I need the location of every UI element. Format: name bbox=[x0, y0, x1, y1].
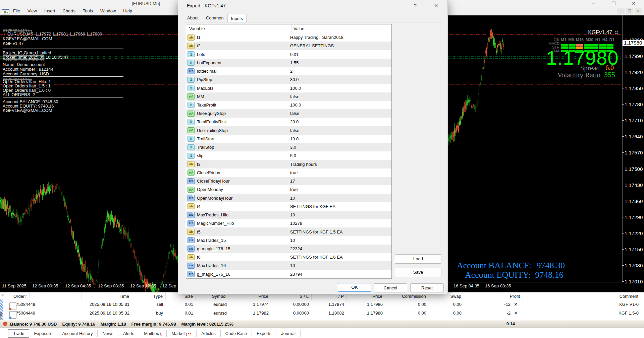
input-row-MaxLots[interactable]: ½MaxLots100.0 bbox=[186, 84, 391, 92]
terminal-tab-news[interactable]: News bbox=[98, 330, 118, 337]
help-icon[interactable]: ? bbox=[410, 2, 421, 10]
timeframe-m30[interactable]: M30 bbox=[586, 38, 593, 42]
menu-item-file[interactable]: File bbox=[9, 7, 24, 14]
timeframe-h4[interactable]: H4 bbox=[602, 38, 607, 42]
input-row-OpenMondayHour[interactable]: 123OpenMondayHour10 bbox=[186, 194, 391, 202]
column-profit[interactable]: Profit bbox=[464, 292, 523, 300]
variable-value[interactable]: GENERAL SETTINGS bbox=[288, 43, 334, 48]
input-row-lotdecimal[interactable]: 123lotdecimal2 bbox=[186, 67, 391, 75]
input-row-PipStep[interactable]: ½PipStep30.0 bbox=[186, 75, 391, 84]
variable-value[interactable]: 100.0 bbox=[288, 103, 301, 108]
timeframe-m15[interactable]: M15 bbox=[576, 38, 584, 42]
input-row-LotExponent[interactable]: ½LotExponent1.55 bbox=[186, 59, 391, 67]
column-comment[interactable]: Comment bbox=[523, 292, 641, 300]
menu-item-insert[interactable]: Insert bbox=[41, 7, 59, 14]
variable-value[interactable]: SETTINGS for KGF EA bbox=[288, 204, 335, 209]
cancel-button[interactable]: Cancel bbox=[374, 283, 407, 292]
menu-item-help[interactable]: Help bbox=[119, 7, 136, 14]
input-row-t6[interactable]: abt6SETTINGS for KGF 1.6 EA bbox=[186, 253, 391, 261]
input-row-TakeProfit[interactable]: ½TakeProfit100.0 bbox=[186, 101, 391, 109]
variable-value[interactable]: 10 bbox=[288, 196, 295, 201]
variable-value[interactable]: false bbox=[288, 94, 299, 99]
input-row-t3[interactable]: abt3Trading hours bbox=[186, 160, 391, 168]
menu-item-tools[interactable]: Tools bbox=[79, 7, 97, 14]
variable-value[interactable]: 10278 bbox=[288, 221, 302, 226]
input-row-OpenMonday[interactable]: OpenMondaytrue bbox=[186, 185, 391, 194]
close-order-icon[interactable]: ✕ bbox=[514, 309, 520, 317]
reset-button[interactable]: Reset bbox=[410, 283, 444, 292]
timeframe-h1[interactable]: H1 bbox=[595, 38, 600, 42]
variable-value[interactable]: 17 bbox=[288, 179, 295, 184]
tab-inputs[interactable]: Inputs bbox=[227, 14, 247, 22]
input-row-MaxTrades_16[interactable]: 123MaxTrades_1610 bbox=[186, 261, 391, 270]
column-time[interactable]: Time bbox=[82, 292, 132, 300]
variable-value[interactable]: false bbox=[288, 128, 299, 133]
input-row-UseEquityStop[interactable]: UseEquityStopfalse bbox=[186, 109, 391, 118]
input-row-TrailStart[interactable]: ½TrailStart13.0 bbox=[186, 135, 391, 143]
variable-value[interactable]: 23794 bbox=[288, 272, 302, 277]
chart-close-icon[interactable]: ✕ bbox=[635, 8, 642, 14]
terminal-tab-code-base[interactable]: Code Base bbox=[221, 330, 252, 337]
input-row-MaxTrades_15[interactable]: 123MaxTrades_1510 bbox=[186, 236, 391, 245]
terminal-tab-trade[interactable]: Trade bbox=[8, 329, 29, 338]
terminal-tab-alerts[interactable]: Alerts bbox=[118, 330, 139, 337]
timeframe-m5[interactable]: M5 bbox=[568, 38, 574, 42]
menu-item-view[interactable]: View bbox=[24, 7, 41, 14]
resize-grip[interactable] bbox=[443, 289, 446, 293]
terminal-tab-exposure[interactable]: Exposure bbox=[29, 330, 57, 337]
terminal-tab-articles[interactable]: Articles bbox=[197, 330, 221, 337]
variable-value[interactable]: 22324 bbox=[288, 246, 302, 251]
variable-value[interactable]: 1.55 bbox=[288, 60, 299, 65]
chart-restore-icon[interactable]: ❐ bbox=[626, 8, 633, 14]
input-row-UseTrailingStop[interactable]: UseTrailingStopfalse bbox=[186, 126, 391, 135]
variable-value[interactable]: true bbox=[288, 170, 298, 175]
variable-value[interactable]: 20.0 bbox=[288, 119, 299, 124]
tab-common[interactable]: Common bbox=[202, 14, 227, 22]
input-row-t2[interactable]: abt2GENERAL SETTINGS bbox=[186, 42, 391, 50]
close-icon[interactable]: ✕ bbox=[628, 0, 639, 7]
terminal-close-icon[interactable]: ✕ bbox=[1, 293, 4, 297]
variable-value[interactable]: 10 bbox=[288, 263, 295, 268]
variable-value[interactable]: false bbox=[288, 111, 299, 116]
variable-value[interactable]: 100.0 bbox=[288, 86, 301, 91]
variable-value[interactable]: 13.0 bbox=[288, 136, 299, 141]
terminal-tab-mailbox[interactable]: Mailbox6 bbox=[139, 330, 167, 337]
load-button[interactable]: Load bbox=[395, 254, 441, 264]
terminal-tab-market[interactable]: Market122 bbox=[167, 330, 197, 337]
variable-value[interactable]: 10 bbox=[288, 212, 295, 217]
column-order[interactable]: Order ∕ bbox=[5, 292, 82, 300]
input-row-g_magic_176_15[interactable]: 123g_magic_176_1522324 bbox=[186, 245, 391, 253]
input-row-t4[interactable]: abt4SETTINGS for KGF EA bbox=[186, 202, 391, 211]
order-row[interactable]: 1750844482025.09.16 10:05:31sell0.01euru… bbox=[5, 300, 641, 308]
variable-value[interactable]: 3.0 bbox=[288, 145, 296, 150]
variable-value[interactable]: true bbox=[288, 187, 298, 192]
input-row-MM[interactable]: MMfalse bbox=[186, 92, 391, 101]
variable-value[interactable]: SETTINGS for KGF 1.6 EA bbox=[288, 255, 343, 260]
menu-item-charts[interactable]: Charts bbox=[59, 7, 79, 14]
close-order-icon[interactable]: ✕ bbox=[514, 300, 520, 308]
menu-item-window[interactable]: Window bbox=[97, 7, 119, 14]
input-row-TrailStop[interactable]: ½TrailStop3.0 bbox=[186, 143, 391, 151]
input-row-Lots[interactable]: ½Lots0.01 bbox=[186, 50, 391, 58]
timeframe-m1[interactable]: M1 bbox=[561, 38, 567, 42]
chart-minimize-icon[interactable]: ─ bbox=[617, 8, 625, 14]
input-row-slip[interactable]: ½slip5.0 bbox=[186, 151, 391, 160]
restore-icon[interactable]: ❐ bbox=[608, 0, 619, 7]
tab-about[interactable]: About bbox=[183, 14, 202, 22]
minimize-icon[interactable]: ─ bbox=[588, 0, 599, 7]
dialog-close-icon[interactable]: ✕ bbox=[430, 2, 442, 10]
variable-value[interactable]: Trading hours bbox=[288, 162, 317, 167]
input-row-t1[interactable]: abt1Happy Trading, Sarah2018 bbox=[186, 33, 391, 42]
column-type[interactable]: Type bbox=[132, 292, 166, 300]
variable-value[interactable]: SETTINGS for KGF 1.5 EA bbox=[288, 229, 343, 234]
variable-value[interactable]: Happy Trading, Sarah2018 bbox=[288, 35, 343, 40]
variable-value[interactable]: 10 bbox=[288, 238, 295, 243]
chart-window-icon[interactable] bbox=[2, 9, 9, 14]
save-button[interactable]: Save bbox=[395, 268, 441, 277]
timeframe-d1[interactable]: D1 bbox=[609, 38, 614, 42]
input-row-MaxTrades_Hilo[interactable]: 123MaxTrades_Hilo10 bbox=[186, 211, 391, 219]
terminal-tab-account-history[interactable]: Account History bbox=[57, 330, 98, 337]
input-row-CloseFridayHour[interactable]: 123CloseFridayHour17 bbox=[186, 177, 391, 185]
terminal-tab-journal[interactable]: Journal bbox=[276, 330, 301, 337]
order-row[interactable]: 1750844492025.09.16 10:05:32buy0.01eurus… bbox=[5, 309, 641, 317]
